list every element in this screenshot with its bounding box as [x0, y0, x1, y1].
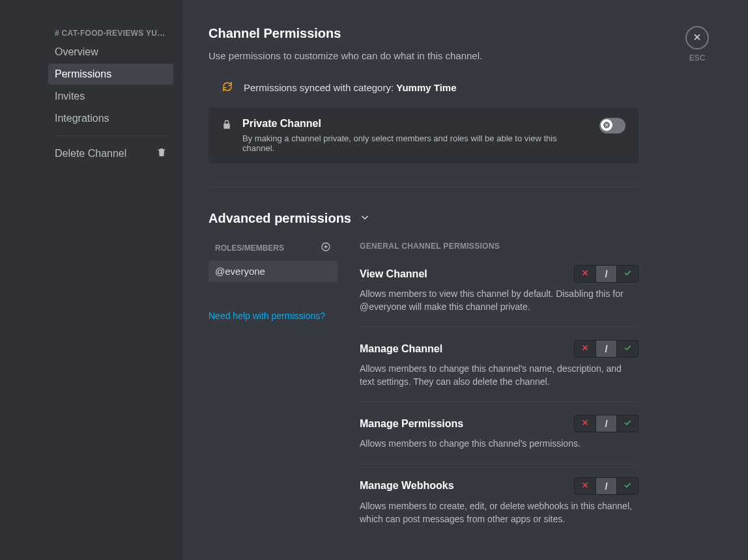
permission-row-view-channel: View Channel / Allows members to view th… — [360, 265, 639, 327]
check-icon — [623, 418, 632, 429]
sync-prefix: Permissions synced with category: — [244, 82, 396, 93]
trash-icon — [156, 147, 167, 160]
sync-row: Permissions synced with category: Yummy … — [209, 81, 639, 94]
section-divider — [209, 187, 639, 188]
close-icon — [692, 32, 702, 44]
permission-row-manage-channel: Manage Channel / Allows members to chang… — [360, 340, 639, 402]
advanced-permissions-title: Advanced permissions — [209, 211, 351, 226]
permission-tri-toggle: / — [574, 415, 639, 432]
check-icon — [623, 268, 632, 279]
permission-title: Manage Channel — [360, 343, 442, 355]
permission-allow-button[interactable] — [617, 415, 639, 432]
sidebar-item-permissions[interactable]: Permissions — [48, 64, 173, 85]
page-subtitle: Use permissions to customize who can do … — [209, 50, 639, 61]
sidebar-channel-heading: # CAT-FOOD-REVIEWS YU… — [48, 26, 173, 42]
close-button[interactable] — [685, 26, 709, 49]
permission-row-manage-permissions: Manage Permissions / Allows members to c… — [360, 415, 639, 464]
lock-icon — [222, 119, 232, 132]
sidebar-item-delete-channel[interactable]: Delete Channel — [48, 143, 173, 165]
permission-passthrough-button[interactable]: / — [596, 340, 617, 357]
slash-icon: / — [605, 481, 607, 492]
role-item-everyone[interactable]: @everyone — [209, 260, 338, 282]
slash-icon: / — [605, 418, 607, 429]
advanced-permissions-toggle[interactable]: Advanced permissions — [209, 211, 639, 226]
permission-group-label: GENERAL CHANNEL PERMISSIONS — [360, 242, 639, 251]
permission-deny-button[interactable] — [574, 477, 596, 495]
x-icon — [581, 481, 590, 492]
private-channel-toggle[interactable] — [599, 118, 626, 133]
check-icon — [623, 343, 632, 354]
roles-members-heading: ROLES/MEMBERS — [215, 244, 284, 253]
permission-tri-toggle: / — [574, 340, 639, 357]
x-icon — [581, 418, 590, 429]
x-icon — [581, 268, 590, 279]
sidebar-item-overview[interactable]: Overview — [48, 42, 173, 63]
close-area: ESC — [685, 26, 709, 63]
private-channel-title: Private Channel — [242, 118, 589, 130]
settings-sidebar: # CAT-FOOD-REVIEWS YU… Overview Permissi… — [0, 0, 182, 560]
permission-row-manage-webhooks: Manage Webhooks / Allows members to crea… — [360, 477, 639, 539]
permission-allow-button[interactable] — [617, 340, 639, 357]
check-icon — [623, 481, 632, 492]
permission-passthrough-button[interactable]: / — [596, 265, 617, 283]
permission-tri-toggle: / — [574, 477, 639, 495]
sidebar-item-invites[interactable]: Invites — [48, 86, 173, 107]
permission-passthrough-button[interactable]: / — [596, 477, 617, 495]
permission-tri-toggle: / — [574, 265, 639, 283]
permission-passthrough-button[interactable]: / — [596, 415, 617, 432]
roles-column: ROLES/MEMBERS @everyone Need help with p… — [209, 242, 338, 539]
add-role-button[interactable] — [321, 242, 331, 254]
permission-title: Manage Permissions — [360, 418, 463, 430]
permission-allow-button[interactable] — [617, 265, 639, 283]
permissions-help-link[interactable]: Need help with permissions? — [209, 311, 338, 321]
slash-icon: / — [605, 268, 607, 279]
permission-allow-button[interactable] — [617, 477, 639, 495]
private-channel-desc: By making a channel private, only select… — [242, 133, 589, 153]
permission-deny-button[interactable] — [574, 265, 596, 283]
main-content: ESC Channel Permissions Use permissions … — [182, 0, 748, 560]
permission-deny-button[interactable] — [574, 415, 596, 432]
sync-icon — [222, 81, 233, 94]
permission-desc: Allows members to change this channel's … — [360, 363, 639, 388]
permission-deny-button[interactable] — [574, 340, 596, 357]
permission-desc: Allows members to change this channel's … — [360, 438, 639, 451]
permission-title: View Channel — [360, 268, 427, 280]
esc-label: ESC — [685, 53, 709, 63]
private-channel-card: Private Channel By making a channel priv… — [209, 107, 639, 163]
permissions-column: GENERAL CHANNEL PERMISSIONS View Channel… — [360, 242, 639, 539]
sync-text: Permissions synced with category: Yummy … — [244, 82, 457, 93]
x-icon — [581, 343, 590, 354]
sidebar-item-integrations[interactable]: Integrations — [48, 108, 173, 129]
delete-channel-label: Delete Channel — [55, 148, 126, 160]
permission-desc: Allows members to create, edit, or delet… — [360, 500, 639, 525]
permission-desc: Allows members to view this channel by d… — [360, 288, 639, 313]
page-title: Channel Permissions — [209, 26, 639, 41]
sync-category: Yummy Time — [396, 82, 456, 93]
toggle-off-icon — [603, 120, 611, 131]
chevron-down-icon — [359, 212, 371, 225]
slash-icon: / — [605, 343, 607, 354]
permission-title: Manage Webhooks — [360, 480, 454, 492]
sidebar-divider — [55, 135, 167, 136]
